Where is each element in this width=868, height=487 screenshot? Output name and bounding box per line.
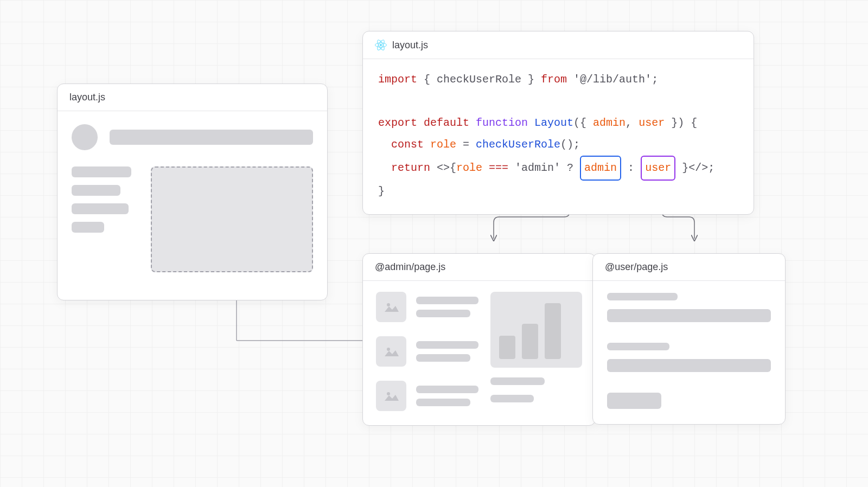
panel-header: @admin/page.js	[363, 254, 595, 281]
layout-wireframe-panel: layout.js	[57, 84, 328, 300]
panel-title: @user/page.js	[605, 261, 668, 273]
image-placeholder	[376, 336, 406, 367]
text-line-placeholder	[490, 395, 534, 402]
text-line-placeholder	[416, 341, 478, 349]
text-line-placeholder	[607, 343, 669, 350]
react-icon	[375, 39, 387, 51]
nav-item-placeholder	[72, 166, 131, 177]
user-body	[593, 281, 785, 424]
text-line-placeholder	[416, 386, 478, 393]
svg-point-6	[387, 348, 390, 351]
avatar-placeholder	[72, 124, 98, 150]
text-line-placeholder	[416, 310, 470, 317]
nav-item-placeholder	[72, 222, 104, 233]
panel-title: @admin/page.js	[375, 261, 445, 273]
wireframe-body	[58, 111, 327, 285]
text-line-placeholder	[607, 359, 771, 372]
chart-placeholder	[490, 292, 582, 368]
admin-slot-chip: admin	[580, 156, 621, 181]
admin-body	[363, 281, 595, 425]
title-bar-placeholder	[110, 130, 313, 145]
svg-point-5	[387, 303, 390, 306]
panel-header: @user/page.js	[593, 254, 785, 281]
nav-item-placeholder	[72, 185, 120, 196]
admin-page-panel: @admin/page.js	[362, 253, 596, 426]
image-placeholder	[376, 292, 406, 322]
nav-item-placeholder	[72, 203, 129, 214]
code-body: import { checkUserRole } from '@/lib/aut…	[363, 59, 754, 214]
svg-point-0	[380, 44, 382, 46]
panel-title: layout.js	[69, 92, 105, 103]
user-page-panel: @user/page.js	[592, 253, 786, 425]
text-line-placeholder	[416, 297, 478, 304]
svg-point-7	[387, 392, 390, 395]
text-line-placeholder	[490, 377, 545, 385]
text-line-placeholder	[416, 399, 470, 406]
image-placeholder	[376, 381, 406, 411]
text-line-placeholder	[607, 293, 678, 300]
text-line-placeholder	[416, 354, 470, 362]
panel-header: layout.js	[58, 84, 327, 111]
panel-title: layout.js	[392, 40, 428, 51]
user-slot-chip: user	[641, 156, 675, 181]
panel-header: layout.js	[363, 31, 754, 59]
button-placeholder	[607, 393, 661, 409]
code-panel: layout.js import { checkUserRole } from …	[362, 31, 754, 215]
text-line-placeholder	[607, 309, 771, 322]
slot-placeholder	[151, 166, 313, 272]
